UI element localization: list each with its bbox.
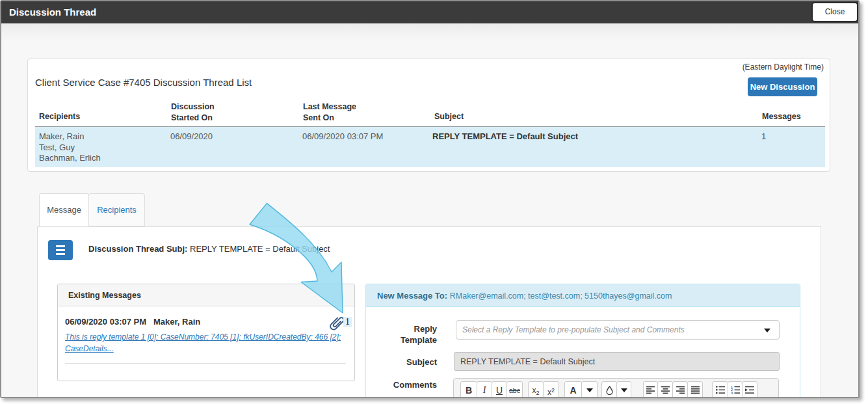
svg-text:3: 3 bbox=[731, 391, 733, 394]
